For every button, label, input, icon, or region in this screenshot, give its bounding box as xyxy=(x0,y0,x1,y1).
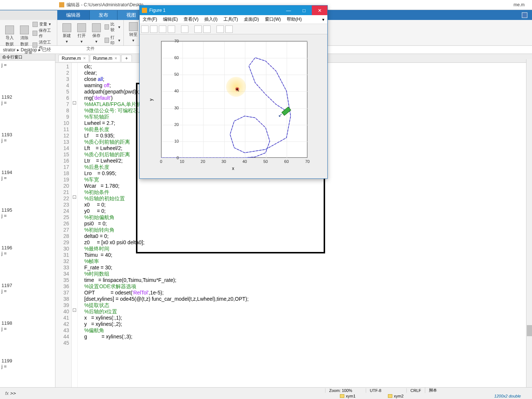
tab-publish[interactable]: 发布 xyxy=(90,10,117,20)
menu-window[interactable]: 窗口(W) xyxy=(262,16,284,23)
status-encoding: UTF-8 xyxy=(366,388,406,393)
clear-data-button[interactable]: 清除数据 xyxy=(18,25,31,48)
fx-prompt-icon[interactable]: fx >> xyxy=(5,391,16,396)
editor-icon xyxy=(59,2,64,7)
open-icon[interactable] xyxy=(150,25,157,33)
figure-window: Figure 1 — □ ✕ 文件(F) 编辑(E) 查看(V) 插入(I) 工… xyxy=(139,5,328,179)
svg-rect-0 xyxy=(522,13,527,18)
command-window-panel: 命令行窗口 j = 1192j = 1193j = 1194j = 1195j … xyxy=(0,54,55,387)
new-button[interactable]: 新建▾ xyxy=(60,23,74,45)
workspace-row-2[interactable]: xym21200x2 double xyxy=(388,393,532,399)
file-tab-1[interactable]: Runme.m× xyxy=(58,55,89,62)
car-arrow-icon: ↙ xyxy=(278,112,283,118)
close-icon[interactable]: × xyxy=(115,56,117,61)
save-icon[interactable] xyxy=(159,25,166,33)
menu-help[interactable]: 帮助(H) xyxy=(284,16,305,23)
compare-menu[interactable]: 比较▾ xyxy=(105,21,120,33)
maximize-button[interactable]: □ xyxy=(296,6,312,15)
tool-icon[interactable] xyxy=(194,25,202,33)
new-figure-icon[interactable] xyxy=(141,25,149,33)
close-icon[interactable]: × xyxy=(83,56,86,61)
variable-menu[interactable]: 变量▾ xyxy=(33,21,54,27)
goto-button[interactable]: 转至▾ xyxy=(127,21,140,44)
figure-icon xyxy=(142,8,147,13)
quick-save-icon[interactable] xyxy=(517,10,532,20)
open-button[interactable]: 打开▾ xyxy=(75,23,88,45)
print-menu[interactable]: 打印▾ xyxy=(105,35,120,46)
group-label-file: 文件 xyxy=(60,46,120,51)
menu-more-icon[interactable]: ▾ xyxy=(319,17,327,22)
minimize-button[interactable]: — xyxy=(281,6,296,15)
menu-desktop[interactable]: 桌面(D) xyxy=(241,16,262,23)
var-icon xyxy=(340,394,344,398)
save-workspace[interactable]: 保存工作 xyxy=(33,28,54,39)
y-axis-label: y xyxy=(149,99,154,101)
figure-titlebar[interactable]: Figure 1 — □ ✕ xyxy=(140,6,327,15)
status-type: 脚本 xyxy=(425,388,532,393)
import-data-button[interactable]: 导入数据 xyxy=(3,25,16,48)
menu-tools[interactable]: 工具(T) xyxy=(221,16,241,23)
chart-svg xyxy=(161,41,307,158)
save-button[interactable]: 保存▾ xyxy=(90,23,103,45)
tool-icon[interactable] xyxy=(203,25,211,33)
vertical-scrollbar[interactable] xyxy=(526,59,532,387)
menu-file[interactable]: 文件(F) xyxy=(140,16,160,23)
tool-icon[interactable] xyxy=(181,25,188,33)
print-icon[interactable] xyxy=(168,25,175,33)
menu-edit[interactable]: 编辑(E) xyxy=(160,16,181,23)
tab-editor[interactable]: 编辑器 xyxy=(57,10,90,20)
file-tab-2[interactable]: Runme.m× xyxy=(90,55,120,62)
close-button[interactable]: ✕ xyxy=(312,6,327,15)
figure-toolbar xyxy=(140,24,327,34)
status-zoom[interactable]: Zoom: 100% xyxy=(325,388,366,393)
add-tab-button[interactable]: + xyxy=(121,55,132,62)
editor-title-text: 编辑器 - C:\Users\Administrator\Deskto xyxy=(66,2,143,8)
menu-insert[interactable]: 插入(I) xyxy=(201,16,220,23)
figure-menubar: 文件(F) 编辑(E) 查看(V) 插入(I) 工具(T) 桌面(D) 窗口(W… xyxy=(140,15,327,24)
pointer-icon[interactable] xyxy=(216,25,224,33)
command-window-body[interactable]: j = 1192j = 1193j = 1194j = 1195j = 1196… xyxy=(0,61,55,399)
back-title: me.m xyxy=(514,2,525,7)
menu-view[interactable]: 查看(V) xyxy=(181,16,201,23)
figure-title: Figure 1 xyxy=(149,8,166,13)
var-icon xyxy=(388,394,392,398)
tool-icon[interactable] xyxy=(225,25,233,33)
x-axis-label: x xyxy=(232,166,234,171)
command-window-header: 命令行窗口 xyxy=(0,54,55,61)
figure-canvas[interactable]: ↙ y x 010203040506070010203040506070 xyxy=(140,34,327,178)
status-eol: CRLF xyxy=(406,388,425,393)
